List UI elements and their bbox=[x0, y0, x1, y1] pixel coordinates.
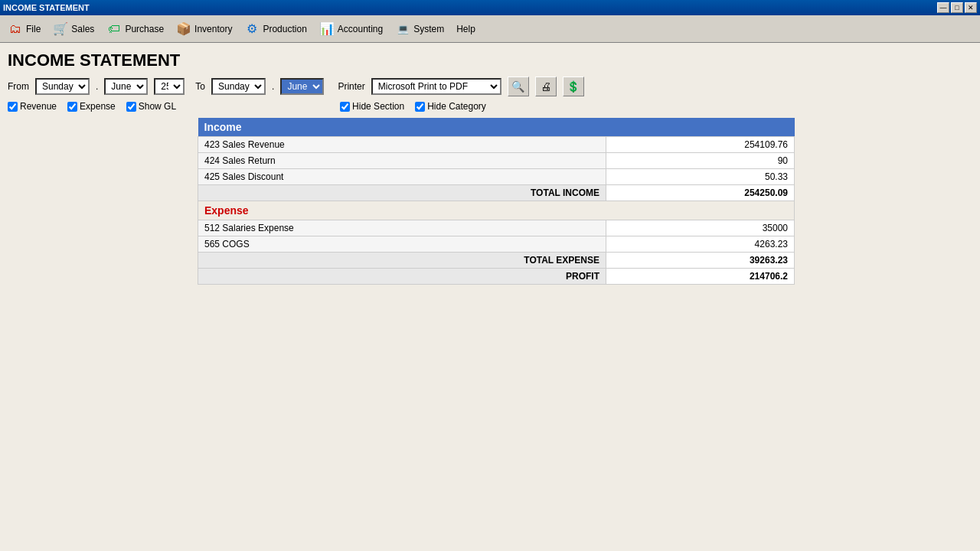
accounting-icon: 📊 bbox=[319, 21, 335, 37]
main-content: INCOME STATEMENT From Sunday . June 25 T… bbox=[0, 43, 980, 551]
menu-accounting-label: Accounting bbox=[338, 24, 383, 34]
to-label: To bbox=[195, 81, 205, 92]
menu-inventory[interactable]: 📦 Inventory bbox=[170, 17, 238, 41]
total-income-row: TOTAL INCOME 254250.09 bbox=[198, 185, 795, 201]
from-month-select[interactable]: June bbox=[104, 78, 148, 95]
table-row: 425 Sales Discount 50.33 bbox=[198, 169, 795, 185]
menu-help[interactable]: Help bbox=[450, 17, 482, 41]
dot-separator-2: . bbox=[272, 81, 274, 92]
total-expense-row: TOTAL EXPENSE 39263.23 bbox=[198, 253, 795, 269]
show-gl-checkbox-label[interactable]: Show GL bbox=[126, 101, 176, 112]
title-bar-text: INCOME STATEMENT bbox=[3, 3, 90, 12]
hide-category-checkbox-label[interactable]: Hide Category bbox=[415, 101, 486, 112]
menu-system[interactable]: 💻 System bbox=[389, 17, 450, 41]
checkbox-row: Revenue Expense Show GL Hide Section Hid… bbox=[8, 101, 972, 112]
system-icon: 💻 bbox=[395, 21, 410, 37]
menu-file-label: File bbox=[26, 24, 41, 34]
hide-category-checkbox[interactable] bbox=[415, 102, 425, 112]
printer-label: Printer bbox=[338, 81, 364, 92]
income-row-3-amount: 50.33 bbox=[606, 169, 795, 185]
profit-label: PROFIT bbox=[198, 269, 606, 285]
total-expense-label: TOTAL EXPENSE bbox=[198, 253, 606, 269]
profit-value: 214706.2 bbox=[606, 269, 795, 285]
table-row: 512 Salaries Expense 35000 bbox=[198, 220, 795, 236]
table-row: 565 COGS 4263.23 bbox=[198, 236, 795, 253]
from-day-select[interactable]: Sunday bbox=[35, 78, 90, 95]
show-gl-label: Show GL bbox=[139, 101, 176, 112]
expense-row-1-code: 512 Salaries Expense bbox=[198, 220, 606, 236]
maximize-button[interactable]: □ bbox=[951, 2, 963, 13]
income-row-1-amount: 254109.76 bbox=[606, 137, 795, 153]
from-label: From bbox=[8, 81, 29, 92]
revenue-label: Revenue bbox=[20, 101, 57, 112]
total-income-value: 254250.09 bbox=[606, 185, 795, 201]
revenue-checkbox-label[interactable]: Revenue bbox=[8, 101, 57, 112]
dot-separator-1: . bbox=[96, 81, 98, 92]
menu-production[interactable]: ⚙ Production bbox=[238, 17, 312, 41]
expense-row-2-code: 565 COGS bbox=[198, 236, 606, 253]
purchase-icon: 🏷 bbox=[106, 21, 122, 37]
expense-checkbox-label[interactable]: Expense bbox=[67, 101, 116, 112]
print-button[interactable]: 🖨 bbox=[535, 77, 557, 96]
income-row-3-code: 425 Sales Discount bbox=[198, 169, 606, 185]
expense-label: Expense bbox=[80, 101, 116, 112]
title-bar-buttons: — □ ✕ bbox=[937, 2, 977, 13]
dollar-button[interactable]: 💲 bbox=[563, 77, 584, 96]
menu-accounting[interactable]: 📊 Accounting bbox=[313, 17, 389, 41]
menu-inventory-label: Inventory bbox=[194, 24, 232, 34]
menu-bar: 🗂 File 🛒 Sales 🏷 Purchase 📦 Inventory ⚙ … bbox=[0, 15, 980, 43]
preview-button[interactable]: 🔍 bbox=[508, 77, 529, 96]
production-icon: ⚙ bbox=[244, 21, 260, 37]
sales-icon: 🛒 bbox=[53, 21, 68, 37]
income-section-header: Income bbox=[198, 118, 795, 137]
expense-section-header: Expense bbox=[198, 201, 795, 220]
income-section-header-row: Income bbox=[198, 118, 795, 137]
expense-row-2-amount: 4263.23 bbox=[606, 236, 795, 253]
printer-select[interactable]: Microsoft Print to PDF bbox=[371, 78, 501, 95]
to-day-select[interactable]: Sunday bbox=[211, 78, 266, 95]
from-date-select[interactable]: 25 bbox=[154, 78, 185, 95]
expense-section-header-row: Expense bbox=[198, 201, 795, 220]
income-table: Income 423 Sales Revenue 254109.76 424 S… bbox=[198, 118, 795, 285]
hide-section-checkbox[interactable] bbox=[340, 102, 350, 112]
hide-section-checkbox-label[interactable]: Hide Section bbox=[340, 101, 404, 112]
toolbar-row: From Sunday . June 25 To Sunday . June P… bbox=[8, 77, 972, 96]
income-row-2-code: 424 Sales Return bbox=[198, 153, 606, 169]
table-row: 424 Sales Return 90 bbox=[198, 153, 795, 169]
page-title: INCOME STATEMENT bbox=[8, 51, 972, 70]
file-icon: 🗂 bbox=[8, 21, 23, 37]
menu-file[interactable]: 🗂 File bbox=[2, 17, 47, 41]
income-row-1-code: 423 Sales Revenue bbox=[198, 137, 606, 153]
menu-production-label: Production bbox=[263, 24, 306, 34]
hide-section-label: Hide Section bbox=[352, 101, 404, 112]
total-income-label: TOTAL INCOME bbox=[198, 185, 606, 201]
menu-help-label: Help bbox=[456, 24, 475, 34]
menu-sales[interactable]: 🛒 Sales bbox=[47, 17, 100, 41]
minimize-button[interactable]: — bbox=[937, 2, 949, 13]
menu-system-label: System bbox=[413, 24, 444, 34]
menu-sales-label: Sales bbox=[71, 24, 94, 34]
profit-row: PROFIT 214706.2 bbox=[198, 269, 795, 285]
show-gl-checkbox[interactable] bbox=[126, 102, 136, 112]
close-button[interactable]: ✕ bbox=[965, 2, 977, 13]
income-row-2-amount: 90 bbox=[606, 153, 795, 169]
inventory-icon: 📦 bbox=[176, 21, 191, 37]
total-expense-value: 39263.23 bbox=[606, 253, 795, 269]
menu-purchase[interactable]: 🏷 Purchase bbox=[100, 17, 170, 41]
table-row: 423 Sales Revenue 254109.76 bbox=[198, 137, 795, 153]
expense-checkbox[interactable] bbox=[67, 102, 77, 112]
revenue-checkbox[interactable] bbox=[8, 102, 18, 112]
title-bar: INCOME STATEMENT — □ ✕ bbox=[0, 0, 980, 15]
menu-purchase-label: Purchase bbox=[125, 24, 164, 34]
to-month-select[interactable]: June bbox=[280, 78, 324, 95]
hide-category-label: Hide Category bbox=[427, 101, 486, 112]
expense-row-1-amount: 35000 bbox=[606, 220, 795, 236]
